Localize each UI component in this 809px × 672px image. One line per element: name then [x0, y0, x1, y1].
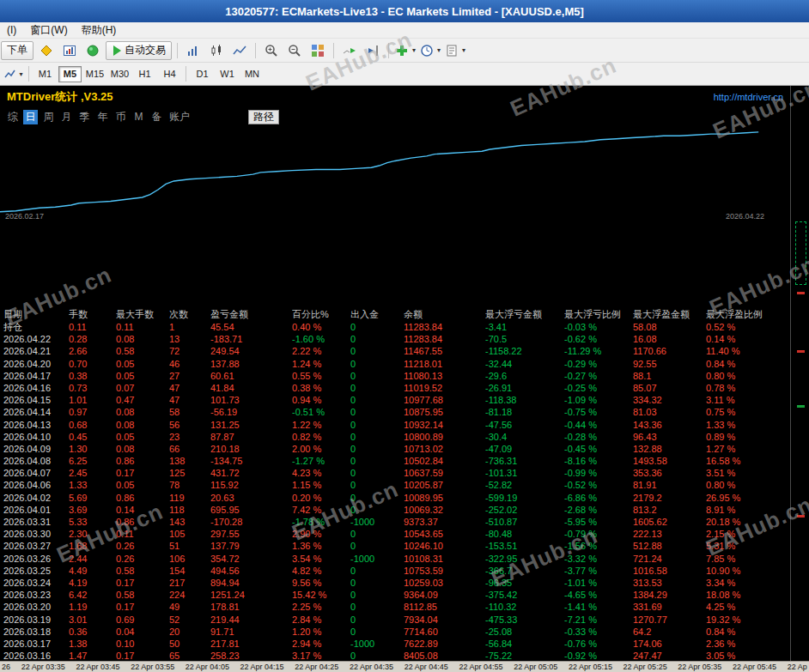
table-cell: 2026.03.23: [3, 589, 69, 601]
templates-icon[interactable]: ▾: [444, 41, 466, 60]
profile-icon[interactable]: [82, 41, 103, 60]
table-row[interactable]: 2026.04.100.450.052387.870.82 %010800.89…: [0, 431, 790, 443]
table-cell: 0.97: [69, 406, 116, 418]
table-row[interactable]: 2026.04.151.010.4747101.730.94 %010977.6…: [0, 394, 790, 406]
table-row[interactable]: 2026.04.160.730.074741.840.38 %011019.52…: [0, 382, 790, 394]
table-row[interactable]: 2026.04.140.970.0858-56.19-0.51 %010875.…: [0, 406, 790, 418]
periods-clock-icon[interactable]: ▾: [419, 41, 441, 60]
menu-item[interactable]: 窗口(W): [23, 23, 74, 38]
table-cell: -47.56: [485, 419, 564, 431]
table-cell: 4.19: [69, 577, 116, 589]
table-cell: -4.65 %: [564, 589, 633, 601]
timeframe-m30[interactable]: M30: [108, 66, 131, 82]
tab-账户[interactable]: 账户: [167, 110, 192, 124]
tab-日[interactable]: 日: [23, 110, 38, 124]
timeframe-w1[interactable]: W1: [216, 66, 239, 82]
table-cell: -0.79 %: [564, 528, 633, 540]
table-row[interactable]: 2026.03.180.360.042091.711.20 %07714.60-…: [0, 626, 790, 638]
table-row[interactable]: 2026.04.212.660.5872249.542.22 %011467.5…: [0, 345, 790, 357]
table-row[interactable]: 持仓0.110.11145.540.40 %011283.84-3.41-0.0…: [0, 321, 790, 333]
tab-备[interactable]: 备: [149, 110, 164, 124]
menu-item[interactable]: (I): [0, 24, 23, 36]
timeframe-mn[interactable]: MN: [240, 66, 264, 82]
table-row[interactable]: 2026.03.244.190.17217894.949.56 %010259.…: [0, 577, 790, 589]
tab-周[interactable]: 周: [41, 110, 56, 124]
candlestick-icon[interactable]: [206, 41, 227, 60]
table-cell: 1.33 %: [706, 419, 790, 431]
table-row[interactable]: 2026.03.171.380.1050217.812.94 %-1000762…: [0, 638, 790, 650]
timeframe-h4[interactable]: H4: [158, 66, 181, 82]
table-cell: -0.33 %: [564, 626, 633, 638]
chart-list-dropdown[interactable]: ▾: [3, 64, 24, 83]
tab-年[interactable]: 年: [95, 110, 110, 124]
chart-window-icon[interactable]: [59, 41, 80, 60]
zoom-in-icon[interactable]: [261, 41, 282, 60]
table-row[interactable]: 2026.03.271.680.2651137.791.36 %010246.1…: [0, 540, 790, 552]
auto-scroll-icon[interactable]: [339, 41, 360, 60]
price-tick-red: [797, 350, 805, 353]
order-ticket-icon[interactable]: [36, 41, 57, 60]
table-cell: 81.91: [633, 479, 706, 491]
table-row[interactable]: 2026.03.254.490.58154494.564.82 %010753.…: [0, 565, 790, 577]
price-axis-strip[interactable]: [790, 86, 809, 661]
table-row[interactable]: 2026.03.315.330.86143-170.28-1.78 %-1000…: [0, 516, 790, 528]
chart-shift-icon[interactable]: [362, 41, 383, 60]
table-cell: 2026.03.30: [3, 528, 69, 540]
menu-item[interactable]: 帮助(H): [75, 23, 124, 38]
table-row[interactable]: 2026.04.130.680.0856131.251.22 %010932.1…: [0, 419, 790, 431]
timeframe-h1[interactable]: H1: [133, 66, 156, 82]
table-row[interactable]: 2026.04.025.690.8611920.630.20 %010089.9…: [0, 492, 790, 504]
chart-area[interactable]: MTDriver统计 ,V3.25 http://mtdriver.cn 综日周…: [0, 86, 790, 661]
table-cell: 2179.2: [633, 492, 706, 504]
timeframe-d1[interactable]: D1: [191, 66, 214, 82]
table-row[interactable]: 2026.04.170.380.052760.610.55 %011080.13…: [0, 370, 790, 382]
table-cell: 10089.95: [404, 492, 485, 504]
table-row[interactable]: 2026.04.091.300.0866210.182.00 %010713.0…: [0, 443, 790, 455]
table-cell: -6.86 %: [564, 492, 633, 504]
timeframe-m1[interactable]: M1: [33, 66, 57, 82]
tab-综[interactable]: 综: [5, 110, 20, 124]
zoom-out-icon[interactable]: [284, 41, 305, 60]
table-cell: 0.17: [116, 601, 169, 613]
table-cell: 6.42: [69, 589, 116, 601]
table-row[interactable]: 2026.03.236.420.582241251.2415.42 %09364…: [0, 589, 790, 601]
title-bar[interactable]: 13020577: ECMarkets-Live13 - EC Markets …: [0, 0, 809, 22]
table-cell: 8112.85: [404, 601, 485, 613]
table-cell: 10932.14: [404, 419, 485, 431]
tab-币[interactable]: 币: [113, 110, 128, 124]
table-row[interactable]: 2026.04.013.690.14118695.957.42 %010069.…: [0, 504, 790, 516]
table-row[interactable]: 2026.03.302.300.11105297.552.90 %010543.…: [0, 528, 790, 540]
panel-url-link[interactable]: http://mtdriver.cn: [714, 92, 783, 102]
new-order-label: 下单: [7, 43, 27, 58]
bar-chart-icon[interactable]: [183, 41, 204, 60]
table-cell: -0.29 %: [564, 358, 633, 370]
tab-季[interactable]: 季: [77, 110, 92, 124]
table-row[interactable]: 2026.04.072.450.17125431.724.23 %010637.…: [0, 467, 790, 479]
table-row[interactable]: 2026.04.061.330.0578115.921.15 %010205.8…: [0, 479, 790, 491]
table-row[interactable]: 2026.03.201.190.1749178.812.25 %08112.85…: [0, 601, 790, 613]
new-order-button[interactable]: 下单: [1, 41, 33, 60]
table-row[interactable]: 2026.03.262.440.26106354.723.54 %-100010…: [0, 553, 790, 565]
timeframe-m15[interactable]: M15: [83, 66, 106, 82]
table-row[interactable]: 2026.03.193.010.6952219.442.84 %07934.04…: [0, 614, 790, 626]
table-row[interactable]: 2026.04.220.280.0813-183.71-1.60 %011283…: [0, 333, 790, 345]
timeframe-m5[interactable]: M5: [58, 66, 82, 82]
table-cell: 11.40 %: [706, 345, 790, 357]
line-chart-icon[interactable]: [229, 41, 250, 60]
tab-M[interactable]: M: [131, 110, 146, 124]
indicators-icon[interactable]: ▾: [394, 41, 417, 60]
table-cell: 16.58 %: [706, 455, 790, 467]
table-cell: 2.36 %: [706, 638, 790, 650]
table-row[interactable]: 2026.04.200.700.0546137.881.24 %011218.0…: [0, 358, 790, 370]
tile-windows-icon[interactable]: [307, 41, 328, 60]
autotrade-button[interactable]: 自动交易: [106, 41, 172, 60]
table-row[interactable]: 2026.03.161.470.1765258.233.17 %08405.08…: [0, 650, 790, 661]
table-row[interactable]: 2026.04.086.250.86138-134.75-1.27 %01050…: [0, 455, 790, 467]
table-cell: 0.55 %: [292, 370, 350, 382]
time-axis[interactable]: 2622 Apr 03:3522 Apr 03:4522 Apr 03:5522…: [0, 661, 809, 672]
path-button[interactable]: 路径: [248, 110, 279, 124]
table-cell: 0.14 %: [706, 333, 790, 345]
table-cell: 58: [169, 406, 210, 418]
tab-月[interactable]: 月: [59, 110, 74, 124]
table-cell: 1.30: [69, 443, 116, 455]
